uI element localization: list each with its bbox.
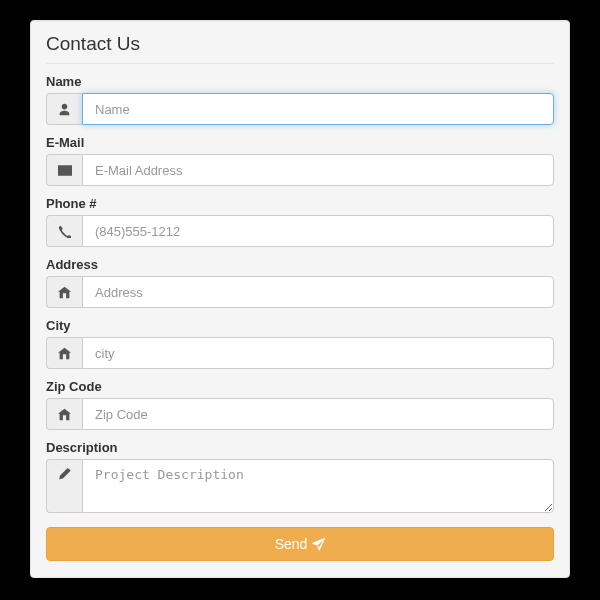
email-input[interactable] bbox=[82, 154, 554, 186]
address-label: Address bbox=[46, 257, 554, 272]
home-icon bbox=[46, 337, 82, 369]
user-icon bbox=[46, 93, 82, 125]
city-input-group bbox=[46, 337, 554, 369]
send-button-label: Send bbox=[275, 536, 308, 552]
contact-form-panel: Contact Us Name E-Mail Phone # bbox=[30, 20, 570, 578]
zip-label: Zip Code bbox=[46, 379, 554, 394]
description-input-group bbox=[46, 459, 554, 513]
name-group: Name bbox=[46, 74, 554, 125]
paper-plane-icon bbox=[312, 538, 325, 551]
divider bbox=[46, 63, 554, 64]
name-input-group bbox=[46, 93, 554, 125]
envelope-icon bbox=[46, 154, 82, 186]
name-label: Name bbox=[46, 74, 554, 89]
address-input[interactable] bbox=[82, 276, 554, 308]
phone-label: Phone # bbox=[46, 196, 554, 211]
phone-input-group bbox=[46, 215, 554, 247]
phone-input[interactable] bbox=[82, 215, 554, 247]
name-input[interactable] bbox=[82, 93, 554, 125]
zip-group: Zip Code bbox=[46, 379, 554, 430]
home-icon bbox=[46, 276, 82, 308]
description-input[interactable] bbox=[82, 459, 554, 513]
email-group: E-Mail bbox=[46, 135, 554, 186]
address-group: Address bbox=[46, 257, 554, 308]
address-input-group bbox=[46, 276, 554, 308]
zip-input[interactable] bbox=[82, 398, 554, 430]
panel-title: Contact Us bbox=[46, 31, 554, 63]
pencil-icon bbox=[46, 459, 82, 513]
city-label: City bbox=[46, 318, 554, 333]
city-group: City bbox=[46, 318, 554, 369]
description-label: Description bbox=[46, 440, 554, 455]
phone-group: Phone # bbox=[46, 196, 554, 247]
phone-icon bbox=[46, 215, 82, 247]
description-group: Description bbox=[46, 440, 554, 513]
email-label: E-Mail bbox=[46, 135, 554, 150]
city-input[interactable] bbox=[82, 337, 554, 369]
zip-input-group bbox=[46, 398, 554, 430]
send-button[interactable]: Send bbox=[46, 527, 554, 561]
email-input-group bbox=[46, 154, 554, 186]
home-icon bbox=[46, 398, 82, 430]
